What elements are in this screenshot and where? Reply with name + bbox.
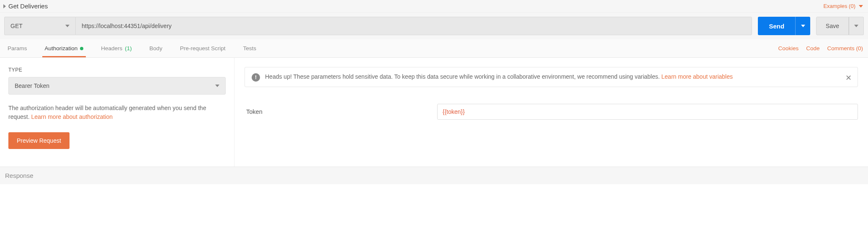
auth-right-pane: ! Heads up! These parameters hold sensit… <box>234 58 868 167</box>
tab-label: Params <box>8 45 27 51</box>
request-tabs-bar: Params Authorization Headers (1) Body Pr… <box>0 39 868 58</box>
chevron-down-icon <box>65 25 70 27</box>
auth-left-pane: TYPE Bearer Token The authorization head… <box>0 58 234 167</box>
auth-type-label: TYPE <box>8 67 226 73</box>
code-link[interactable]: Code <box>806 45 819 51</box>
request-url-bar: GET Send Save <box>0 13 868 39</box>
tab-body[interactable]: Body <box>147 39 165 57</box>
tab-label: Pre-request Script <box>180 45 226 51</box>
save-button[interactable]: Save <box>816 17 849 35</box>
request-title-bar: Get Deliveries Examples (0) <box>0 0 868 13</box>
authorization-panel: TYPE Bearer Token The authorization head… <box>0 58 868 167</box>
tab-right-links: Cookies Code Comments (0) <box>778 45 863 51</box>
sensitive-data-alert: ! Heads up! These parameters hold sensit… <box>245 67 858 87</box>
alert-icon: ! <box>252 73 260 82</box>
examples-dropdown[interactable]: Examples (0) <box>823 3 863 9</box>
preview-request-button[interactable]: Preview Request <box>8 132 70 149</box>
response-label: Response <box>5 172 33 179</box>
chevron-down-icon <box>854 25 858 27</box>
chevron-down-icon <box>215 85 219 87</box>
alert-text: Heads up! These parameters hold sensitiv… <box>265 73 662 80</box>
collapse-toggle-icon[interactable] <box>3 4 6 8</box>
status-dot-icon <box>80 47 83 50</box>
request-name: Get Deliveries <box>8 3 48 10</box>
learn-more-authorization-link[interactable]: Learn more about authorization <box>31 113 113 120</box>
token-field-row: Token <box>245 104 858 120</box>
http-method-select[interactable]: GET <box>4 17 75 35</box>
chevron-down-icon <box>801 25 805 27</box>
request-tabs: Params Authorization Headers (1) Body Pr… <box>5 39 259 57</box>
request-url-input[interactable] <box>75 17 752 35</box>
response-section-header: Response <box>0 167 868 184</box>
tab-tests[interactable]: Tests <box>240 39 259 57</box>
tab-count: (1) <box>125 45 132 51</box>
tab-headers[interactable]: Headers (1) <box>98 39 134 57</box>
send-dropdown-button[interactable] <box>795 17 810 35</box>
save-dropdown-button[interactable] <box>849 17 864 35</box>
tab-prerequest-script[interactable]: Pre-request Script <box>178 39 228 57</box>
comments-link[interactable]: Comments (0) <box>827 45 863 51</box>
tab-label: Authorization <box>45 45 78 51</box>
http-method-value: GET <box>10 23 23 29</box>
chevron-down-icon <box>859 5 863 8</box>
examples-label: Examples (0) <box>823 3 855 9</box>
tab-label: Headers <box>101 45 122 51</box>
cookies-link[interactable]: Cookies <box>778 45 798 51</box>
tab-label: Body <box>149 45 162 51</box>
close-icon[interactable]: ✕ <box>845 72 852 84</box>
tab-params[interactable]: Params <box>5 39 30 57</box>
token-input[interactable] <box>437 104 858 120</box>
token-label: Token <box>245 108 420 115</box>
tab-authorization[interactable]: Authorization <box>42 39 86 57</box>
auth-type-value: Bearer Token <box>15 82 49 89</box>
auth-type-select[interactable]: Bearer Token <box>8 77 226 95</box>
send-button[interactable]: Send <box>758 17 795 35</box>
learn-more-variables-link[interactable]: Learn more about variables <box>662 73 733 80</box>
tab-label: Tests <box>243 45 256 51</box>
auth-description: The authorization header will be automat… <box>8 104 226 121</box>
